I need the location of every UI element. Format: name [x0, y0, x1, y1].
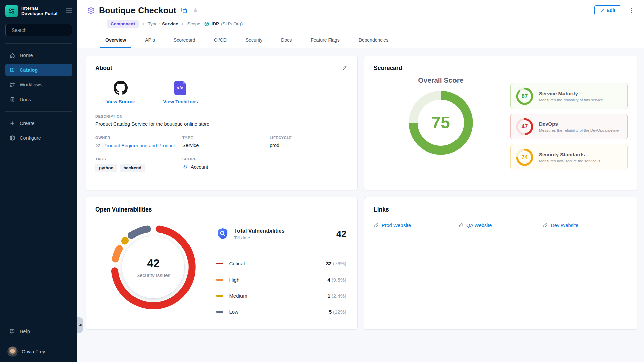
sidebar-item-label: Workflows [20, 82, 42, 87]
entity-kind-badge: Component [107, 20, 139, 28]
user-name: Olivia Frey [22, 349, 45, 354]
link-prod-website[interactable]: Prod Website [374, 223, 458, 228]
severity-label: Medium [229, 293, 247, 299]
severity-row-critical: Critical 32(76%) [216, 261, 346, 266]
main-area: Boutique Checkout Edit [77, 0, 644, 362]
view-source-link[interactable]: View Source [102, 81, 140, 104]
score-value: 47 [515, 117, 534, 136]
star-icon[interactable] [192, 7, 199, 14]
sidebar-item-create[interactable]: Create [5, 117, 72, 130]
tab-cicd[interactable]: CI/CD [209, 34, 232, 48]
sidebar-divider [5, 111, 72, 112]
workflows-icon [9, 82, 15, 88]
github-icon [114, 81, 128, 95]
severity-row-high: High 4(9.5%) [216, 277, 346, 283]
link-icon [543, 223, 548, 228]
app-title: Internal Developer Portal [21, 6, 57, 16]
kebab-menu-icon[interactable] [629, 7, 634, 13]
link-qa-website[interactable]: QA Website [458, 223, 543, 228]
score-description: Measures the reliability of this service [539, 98, 603, 102]
scorecard-item-devops[interactable]: 47 DevOps Measures the reliability of th… [510, 114, 628, 139]
sidebar-help-section: ? Help [5, 325, 72, 340]
vulnerabilities-donut: 42 Security Issues [109, 223, 197, 311]
severity-percent: (2.4%) [332, 293, 346, 299]
scorecard-item-security-standards[interactable]: 74 Security Standards Measures how secur… [510, 144, 628, 170]
score-title: Service Maturity [539, 90, 603, 96]
severity-row-low: Low 5(12%) [216, 309, 346, 315]
breadcrumb: Component • Type : Service • Scope: IDP … [107, 20, 634, 28]
plus-icon [9, 120, 15, 126]
divider [216, 250, 346, 250]
tab-dependencies[interactable]: Dependencies [353, 34, 394, 48]
about-card: About View Source [86, 56, 358, 190]
tag-pill[interactable]: python [95, 164, 117, 172]
tab-scorecard[interactable]: Scorecard [168, 34, 201, 48]
page-title: Boutique Checkout [99, 6, 176, 15]
score-ring: 87 [515, 87, 534, 106]
score-value: 74 [515, 148, 534, 167]
vulnerabilities-card: Open Vulnerabilities [86, 197, 358, 330]
severity-swatch [216, 279, 223, 281]
overall-score-value: 75 [431, 113, 450, 132]
app-logo [5, 5, 18, 17]
sidebar: Internal Developer Portal [0, 0, 77, 362]
sidebar-item-home[interactable]: Home [5, 49, 72, 62]
view-source-label: View Source [106, 99, 135, 104]
sidebar-item-configure[interactable]: Configure [5, 132, 72, 144]
sidebar-item-help[interactable]: ? Help [5, 325, 72, 338]
type-label: Type : [148, 21, 160, 26]
cube-icon [204, 21, 210, 27]
score-title: Security Standards [539, 152, 600, 157]
owner-value: Product Engineering and Product... [103, 143, 179, 148]
about-edit-pencil-icon[interactable] [342, 65, 348, 72]
tab-overview[interactable]: Overview [100, 34, 131, 48]
sidebar-item-catalog[interactable]: Catalog [5, 64, 72, 76]
app-root: Internal Developer Portal [0, 0, 644, 362]
type-field-value: Service [182, 143, 270, 148]
gear-icon [9, 135, 15, 141]
search-input[interactable] [12, 27, 72, 33]
total-vulnerabilities-row: Total Vulnerabilities Till date 42 [216, 227, 346, 241]
tab-feature-flags[interactable]: Feature Flags [305, 34, 345, 48]
severity-swatch [216, 311, 223, 313]
type-value: Service [162, 21, 178, 26]
severity-label: Low [229, 309, 238, 315]
user-menu[interactable]: Olivia Frey [5, 342, 72, 362]
edit-button[interactable]: Edit [594, 5, 621, 15]
link-icon [458, 223, 464, 228]
help-chat-icon: ? [9, 328, 15, 335]
tab-apis[interactable]: APIs [140, 34, 160, 48]
severity-count: 5 [329, 309, 332, 315]
sidebar-collapse-handle[interactable]: ◀ [77, 317, 83, 333]
shield-scan-icon [216, 227, 229, 241]
sidebar-actions: Create Configure [5, 117, 72, 146]
team-icon [95, 143, 101, 148]
svg-text:?: ? [11, 329, 13, 333]
sidebar-item-label: Catalog [20, 67, 38, 73]
sidebar-search[interactable] [5, 24, 72, 36]
tab-docs[interactable]: Docs [276, 34, 297, 48]
page-header: Boutique Checkout Edit [77, 0, 644, 48]
score-value: 87 [515, 87, 534, 106]
links-card: Links Prod Website [364, 197, 637, 330]
tab-security[interactable]: Security [240, 34, 268, 48]
account-scope-icon [182, 164, 188, 170]
scorecard-item-service-maturity[interactable]: 87 Service Maturity Measures the reliabi… [510, 83, 628, 109]
overall-score-label: Overall Score [418, 76, 463, 84]
sidebar-item-docs[interactable]: Docs [5, 93, 72, 106]
severity-count: 32 [326, 261, 332, 266]
link-dev-website[interactable]: Dev Website [543, 223, 627, 228]
score-ring: 74 [515, 148, 534, 167]
copy-icon[interactable] [181, 7, 187, 14]
techdocs-icon: </> [174, 81, 186, 95]
link-label: QA Website [466, 223, 492, 228]
sidebar-item-workflows[interactable]: Workflows [5, 78, 72, 91]
tag-pill[interactable]: backend [120, 164, 145, 172]
scope-label: Scope: [187, 21, 202, 26]
about-title: About [95, 65, 112, 72]
security-issues-label: Security Issues [136, 272, 170, 278]
view-techdocs-link[interactable]: </> View Techdocs [162, 81, 199, 104]
owner-link[interactable]: Product Engineering and Product... [95, 143, 182, 148]
catalog-book-icon [9, 67, 15, 73]
app-switcher-grid-icon[interactable] [66, 7, 72, 15]
